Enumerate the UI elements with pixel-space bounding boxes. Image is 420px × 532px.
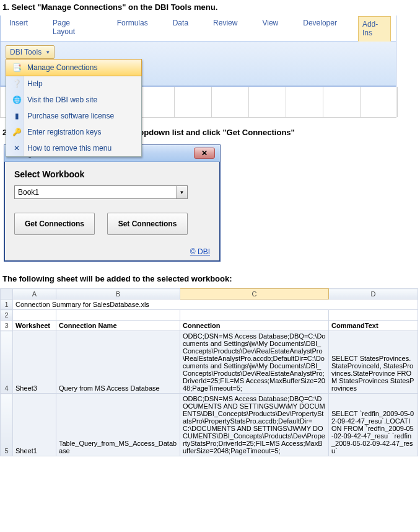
hdr-commandtext: CommandText: [329, 321, 418, 331]
dialog-body: Select Workbook ▼ Get Connections Set Co…: [4, 162, 220, 247]
menu-item-label: Manage Connections: [27, 63, 97, 72]
row-4[interactable]: 4: [1, 331, 13, 394]
ribbon-body: DBI Tools ▼ 📑Manage Connections❔Help🌐Vis…: [1, 42, 396, 86]
close-button[interactable]: ✕: [194, 148, 215, 159]
menu-icon: ❔: [10, 79, 24, 89]
select-workbook-label: Select Workbook: [14, 169, 210, 179]
menu-item-label: Enter registration keys: [27, 128, 101, 136]
cell-C5: ODBC;DSN=MS Access Database;DBQ=C:\DOCUM…: [180, 394, 329, 456]
menu-icon: 🌐: [10, 95, 24, 105]
hdr-worksheet: Worksheet: [13, 321, 56, 331]
ribbon-tab-data[interactable]: Data: [169, 16, 192, 41]
row-2[interactable]: 2: [1, 310, 13, 321]
workbook-combo[interactable]: ▼: [14, 185, 188, 199]
select-all-corner[interactable]: [1, 289, 13, 299]
cell-A5: Sheet1: [13, 394, 56, 456]
col-D[interactable]: D: [329, 289, 418, 299]
dbi-tools-label: DBI Tools: [10, 48, 42, 56]
menu-item-help[interactable]: ❔Help: [6, 76, 141, 92]
row-1[interactable]: 1: [1, 299, 13, 310]
hdr-connection: Connection: [180, 321, 329, 331]
menu-item-purchase-software-license[interactable]: ▮Purchase software license: [6, 108, 141, 124]
col-B[interactable]: B: [56, 289, 180, 299]
cell-C4: ODBC;DSN=MS Access Database;DBQ=C:\Docum…: [180, 331, 329, 394]
summary-title: Connection Summary for SalesDatabase.xls: [13, 299, 418, 310]
cell-D4: SELECT StatesProvinces.StateProvinceId, …: [329, 331, 418, 394]
ribbon-tab-add-ins[interactable]: Add-Ins: [358, 16, 391, 42]
row-3[interactable]: 3: [1, 321, 13, 331]
excel-ribbon: InsertPage LayoutFormulasDataReviewViewD…: [0, 16, 396, 87]
dbi-copyright-link[interactable]: © DBI: [4, 247, 220, 261]
ribbon-tab-view[interactable]: View: [258, 16, 282, 41]
menu-item-manage-connections[interactable]: 📑Manage Connections: [6, 59, 142, 76]
menu-icon: 📑: [10, 63, 24, 73]
manage-connections-dialog: Manage Connections ✕ Select Workbook ▼ G…: [4, 144, 221, 262]
menu-item-label: Help: [27, 79, 43, 88]
ribbon-tab-review[interactable]: Review: [209, 16, 241, 41]
col-C[interactable]: C: [180, 289, 329, 299]
ribbon-tab-insert[interactable]: Insert: [6, 16, 32, 41]
close-icon: ✕: [201, 149, 208, 157]
menu-item-label: Visit the DBI web site: [27, 95, 97, 104]
ribbon-tab-formulas[interactable]: Formulas: [113, 16, 152, 41]
set-connections-button[interactable]: Set Connections: [107, 213, 188, 235]
cell-D5: SELECT `redfin_2009-05-02-09-42-47_resu`…: [329, 394, 418, 456]
menu-item-how-to-remove-this-menu[interactable]: ✕How to remove this menu: [6, 140, 141, 156]
dbi-tools-button[interactable]: DBI Tools ▼: [6, 45, 55, 59]
step1-heading: 1. Select "Manage Connections" on the DB…: [0, 0, 420, 16]
menu-item-label: How to remove this menu: [27, 144, 112, 153]
menu-icon: 🔑: [10, 127, 24, 137]
get-connections-button[interactable]: Get Connections: [14, 213, 95, 235]
menu-item-enter-registration-keys[interactable]: 🔑Enter registration keys: [6, 124, 141, 140]
ribbon-tab-developer[interactable]: Developer: [299, 16, 341, 41]
workbook-input[interactable]: [15, 186, 176, 198]
col-A[interactable]: A: [13, 289, 56, 299]
ribbon-tab-page-layout[interactable]: Page Layout: [49, 16, 96, 41]
hdr-connection-name: Connection Name: [56, 321, 180, 331]
cell-B4: Query from MS Access Database: [56, 331, 180, 394]
chevron-down-icon: ▼: [45, 50, 50, 55]
ribbon-tabs: InsertPage LayoutFormulasDataReviewViewD…: [1, 16, 396, 42]
menu-item-visit-the-dbi-web-site[interactable]: 🌐Visit the DBI web site: [6, 92, 141, 108]
connection-summary-sheet: A B C D 1 Connection Summary for SalesDa…: [0, 288, 418, 456]
menu-icon: ▮: [10, 111, 24, 121]
combo-dropdown-arrow[interactable]: ▼: [176, 186, 187, 198]
cell-A4: Sheet3: [13, 331, 56, 394]
menu-icon: ✕: [10, 143, 24, 153]
follow-text: The following sheet will be added to the…: [0, 262, 420, 288]
menu-item-label: Purchase software license: [27, 112, 114, 120]
cell-B5: Table_Query_from_MS_Access_Database: [56, 394, 180, 456]
row-5[interactable]: 5: [1, 394, 13, 456]
dbi-tools-menu: 📑Manage Connections❔Help🌐Visit the DBI w…: [6, 59, 142, 157]
